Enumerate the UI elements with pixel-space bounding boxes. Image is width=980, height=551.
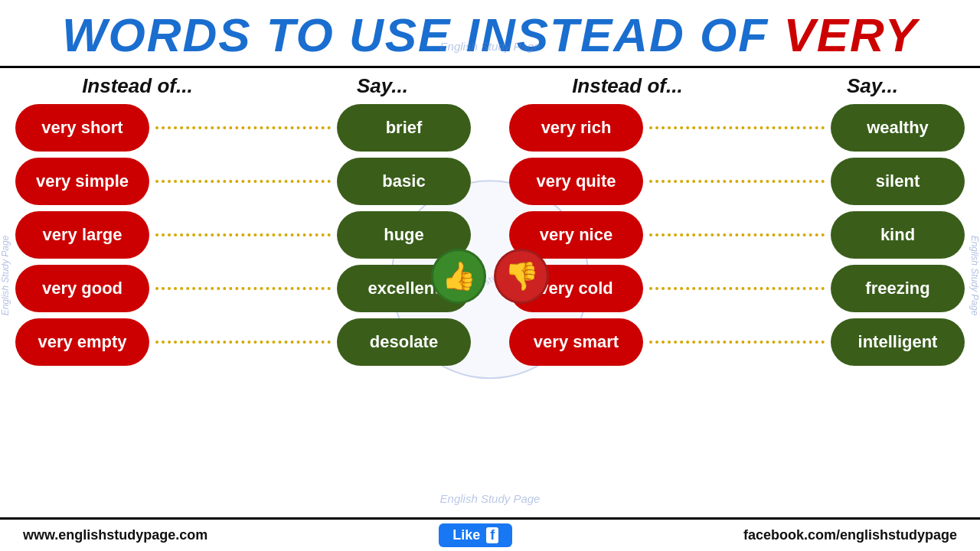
footer-website: www.englishstudypage.com	[23, 527, 207, 543]
title-red: VERY	[783, 8, 918, 61]
dotted-line-right-0	[649, 126, 825, 129]
watermark-top: English Study Page	[440, 40, 541, 53]
left-row-2: very large huge	[8, 211, 479, 259]
watermark-bottom: English Study Page	[440, 492, 541, 505]
right-row-1: very quite silent	[501, 158, 972, 205]
instead-oval-right-1: very quite	[509, 158, 643, 205]
center-area: 👍 👎	[431, 247, 549, 304]
dotted-line-left-2	[155, 233, 331, 236]
say-oval-left-1: basic	[337, 158, 471, 205]
dotted-line-left-1	[155, 180, 331, 183]
footer: www.englishstudypage.com Like f facebook…	[0, 517, 980, 551]
dotted-line-right-1	[649, 180, 825, 183]
header: WORDS TO USE INSTEAD OF VERY	[0, 0, 980, 68]
say-oval-left-0: brief	[337, 104, 471, 152]
col-header-say-right: Say...	[847, 74, 898, 98]
dotted-line-right-2	[649, 233, 825, 236]
say-oval-right-1: silent	[831, 158, 965, 205]
thumb-down-button[interactable]: 👎	[494, 249, 549, 304]
instead-oval-left-3: very good	[15, 265, 149, 312]
like-button[interactable]: Like f	[439, 523, 512, 547]
left-row-1: very simple basic	[8, 158, 479, 205]
left-row-0: very short brief	[8, 104, 479, 152]
facebook-icon: f	[486, 527, 498, 543]
say-oval-left-4: desolate	[337, 318, 471, 366]
left-panel: very short brief very simple basic very …	[8, 101, 479, 369]
say-oval-right-0: wealthy	[831, 104, 965, 152]
instead-oval-right-0: very rich	[509, 104, 643, 152]
instead-oval-left-1: very simple	[15, 158, 149, 205]
footer-facebook: facebook.com/englishstudypage	[743, 527, 957, 543]
like-label: Like	[452, 527, 480, 543]
say-oval-right-3: freezing	[831, 265, 965, 312]
thumbs-container: 👍 👎	[431, 249, 549, 304]
thumb-up-button[interactable]: 👍	[431, 249, 486, 304]
title-blue: WORDS TO USE INSTEAD OF	[62, 8, 783, 61]
right-panel: very rich wealthy very quite silent very…	[501, 101, 972, 369]
say-oval-right-2: kind	[831, 211, 965, 259]
dotted-line-right-3	[649, 287, 825, 290]
say-oval-right-4: intelligent	[831, 318, 965, 366]
left-row-4: very empty desolate	[8, 318, 479, 366]
col-header-instead-right: Instead of...	[572, 74, 682, 98]
dotted-line-left-0	[155, 126, 331, 129]
column-headers: Instead of... Say... Instead of... Say..…	[0, 68, 980, 101]
dotted-line-right-4	[649, 341, 825, 344]
dotted-line-left-3	[155, 287, 331, 290]
main-content: very short brief very simple basic very …	[0, 101, 980, 369]
right-row-0: very rich wealthy	[501, 104, 972, 152]
instead-oval-left-0: very short	[15, 104, 149, 152]
left-row-3: very good excellent	[8, 265, 479, 312]
right-row-3: very cold freezing	[501, 265, 972, 312]
dotted-line-left-4	[155, 341, 331, 344]
instead-oval-left-4: very empty	[15, 318, 149, 366]
right-row-4: very smart intelligent	[501, 318, 972, 366]
right-row-2: very nice kind	[501, 211, 972, 259]
instead-oval-left-2: very large	[15, 211, 149, 259]
col-header-say-left: Say...	[357, 74, 408, 98]
instead-oval-right-4: very smart	[509, 318, 643, 366]
col-header-instead-left: Instead of...	[82, 74, 192, 98]
